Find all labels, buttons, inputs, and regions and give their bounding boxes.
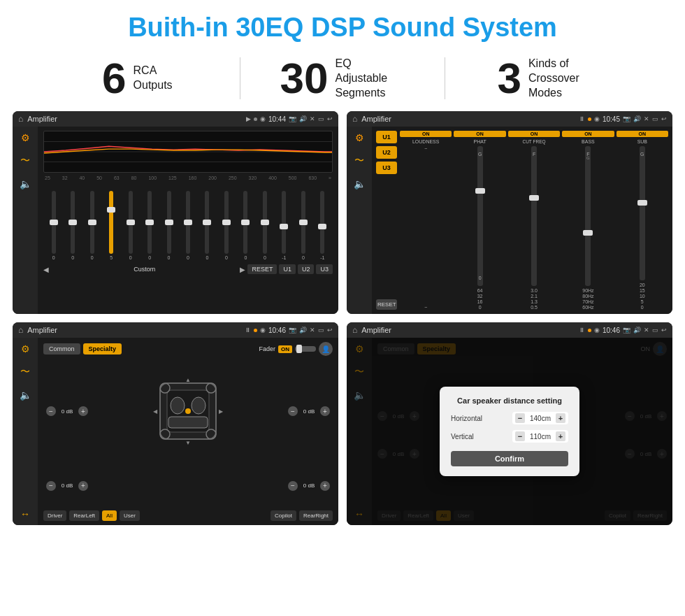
dialog-plus-vertical[interactable]: + (556, 431, 565, 441)
fader-slider-3[interactable] (295, 346, 316, 352)
amp-ch-loudness-toggle[interactable]: ON (400, 131, 452, 137)
amp-reset-btn[interactable]: RESET (376, 299, 397, 310)
db-minus-tr[interactable]: − (288, 406, 298, 416)
db-minus-br[interactable]: − (288, 481, 298, 491)
eq-u3-btn[interactable]: U3 (316, 264, 333, 274)
btn-copilot-3[interactable]: Copilot (271, 510, 296, 521)
status-indicators-2: ⏸ ◉ 10:45 📷 🔊 ✕ ▭ ↩ (579, 115, 667, 123)
sidebar-vol-icon-3[interactable]: 🔈 (20, 389, 31, 401)
amp-ch-sub: ON SUB G 20151050 (616, 131, 668, 310)
amp-ch-phat-slider[interactable]: G 0 (477, 146, 483, 286)
eq-slider-3[interactable]: 5 (102, 191, 120, 260)
svg-text:▼: ▼ (185, 440, 191, 446)
btn-rearleft-3[interactable]: RearLeft (69, 510, 99, 521)
eq-reset-btn[interactable]: RESET (247, 264, 277, 274)
home-icon-3[interactable]: ⌂ (18, 325, 23, 335)
amp-ch-cutfreq-slider[interactable]: F (531, 146, 537, 286)
dialog-plus-horizontal[interactable]: + (556, 413, 565, 423)
location-icon-2: ◉ (594, 115, 600, 122)
db-plus-tl[interactable]: + (78, 406, 88, 416)
amp-ch-bass: ON BASS F G 90Hz80Hz70Hz60Hz (562, 131, 614, 310)
sidebar-eq-icon[interactable]: ⚙ (21, 132, 30, 143)
eq-slider-8[interactable]: 0 (199, 191, 216, 260)
back-icon-2: ↩ (661, 115, 667, 122)
left-sidebar-3: ⚙ 〜 🔈 ↔ (13, 338, 38, 525)
eq-slider-2[interactable]: 0 (83, 191, 101, 260)
eq-prev-arrow[interactable]: ◀ (43, 266, 49, 273)
dialog-title: Car speaker distance setting (451, 396, 568, 405)
profile-icon-3[interactable]: 👤 (319, 342, 333, 356)
sidebar-vol-icon-2[interactable]: 🔈 (354, 178, 366, 189)
db-plus-bl[interactable]: + (78, 481, 88, 491)
eq-slider-0[interactable]: 0 (45, 191, 62, 260)
btn-all-3[interactable]: All (102, 510, 117, 521)
stat-crossover: 3 Kinds of Crossover Modes (452, 57, 643, 100)
eq-slider-11[interactable]: 0 (256, 191, 273, 260)
status-dot-3 (254, 329, 257, 332)
sidebar-wave-icon-2[interactable]: 〜 (354, 155, 364, 167)
amp-preset-u1[interactable]: U1 (376, 131, 397, 143)
btn-rearright-3[interactable]: RearRight (299, 510, 333, 521)
volume-icon-4: 🔊 (633, 327, 641, 334)
stat-number-6: 6 (102, 57, 126, 100)
amp-ch-sub-toggle[interactable]: ON (616, 131, 668, 137)
dialog-minus-horizontal[interactable]: − (515, 413, 525, 423)
eq-next-arrow[interactable]: ▶ (240, 266, 245, 273)
db-control-tl: − 0 dB + (46, 406, 88, 416)
status-bar-3: ⌂ Amplifier ⏸ ◉ 10:46 📷 🔊 ✕ ▭ ↩ (13, 322, 338, 338)
confirm-button[interactable]: Confirm (451, 451, 568, 466)
amp-ch-cutfreq-toggle[interactable]: ON (508, 131, 560, 137)
eq-u2-btn[interactable]: U2 (298, 264, 315, 274)
volume-icon-3: 🔊 (299, 327, 307, 334)
btn-user-3[interactable]: User (120, 510, 140, 521)
dialog-stepper-vertical: − 110cm + (512, 430, 568, 443)
sidebar-eq-icon-3[interactable]: ⚙ (21, 343, 30, 354)
tab-specialty-3[interactable]: Specialty (83, 343, 122, 354)
amp-preset-u2[interactable]: U2 (376, 146, 397, 159)
eq-slider-10[interactable]: 0 (237, 191, 254, 260)
sidebar-arr-icon-3[interactable]: ↔ (20, 508, 30, 520)
amp-ch-sub-slider[interactable]: G (640, 146, 645, 280)
rect-icon-2: ▭ (652, 115, 658, 122)
close-icon-2: ✕ (644, 115, 649, 122)
home-icon-1[interactable]: ⌂ (18, 114, 23, 124)
tab-common-3[interactable]: Common (43, 343, 80, 354)
dialog-minus-vertical[interactable]: − (515, 431, 525, 441)
eq-slider-14[interactable]: -1 (314, 191, 331, 260)
fader-toggle-3[interactable]: ON (278, 345, 292, 353)
camera-icon-4: 📷 (623, 327, 630, 334)
sidebar-eq-icon-2[interactable]: ⚙ (355, 132, 364, 143)
sidebar-wave-icon[interactable]: 〜 (20, 155, 30, 167)
stat-divider-2 (445, 57, 445, 99)
stat-label-eq: EQ Adjustable Segments (335, 57, 405, 100)
db-plus-br[interactable]: + (320, 481, 330, 491)
db-plus-tr[interactable]: + (320, 406, 330, 416)
eq-slider-1[interactable]: 0 (64, 191, 81, 260)
sidebar-wave-icon-3[interactable]: 〜 (20, 366, 30, 378)
sidebar-vol-icon[interactable]: 🔈 (20, 178, 31, 189)
eq-slider-13[interactable]: 0 (294, 191, 312, 260)
camera-icon-2: 📷 (623, 115, 630, 122)
eq-slider-9[interactable]: 0 (217, 191, 235, 260)
eq-slider-4[interactable]: 0 (122, 191, 139, 260)
amp-preset-u3[interactable]: U3 (376, 162, 397, 174)
amp-ch-cutfreq-label: CUT FREQ (522, 139, 545, 144)
bottom-speaker-row: − 0 dB + − 0 dB + (43, 481, 333, 491)
db-minus-tl[interactable]: − (46, 406, 56, 416)
eq-slider-5[interactable]: 0 (140, 191, 158, 260)
status-indicators-4: ⏸ ◉ 10:46 📷 🔊 ✕ ▭ ↩ (579, 327, 667, 334)
eq-u1-btn[interactable]: U1 (279, 264, 296, 274)
amp-ch-phat-toggle[interactable]: ON (454, 131, 505, 137)
play-icon: ▶ (246, 115, 251, 122)
home-icon-4[interactable]: ⌂ (352, 325, 357, 335)
eq-slider-12[interactable]: -1 (275, 191, 293, 260)
status-time-1: 10:44 (268, 115, 286, 123)
btn-driver-3[interactable]: Driver (43, 510, 66, 521)
eq-slider-7[interactable]: 0 (179, 191, 196, 260)
eq-slider-6[interactable]: 0 (160, 191, 178, 260)
home-icon-2[interactable]: ⌂ (352, 114, 357, 124)
dialog-val-vertical: 110cm (528, 433, 553, 440)
amp-ch-bass-toggle[interactable]: ON (562, 131, 614, 137)
db-minus-bl[interactable]: − (46, 481, 56, 491)
amp-ch-bass-slider[interactable]: F G (585, 146, 591, 286)
